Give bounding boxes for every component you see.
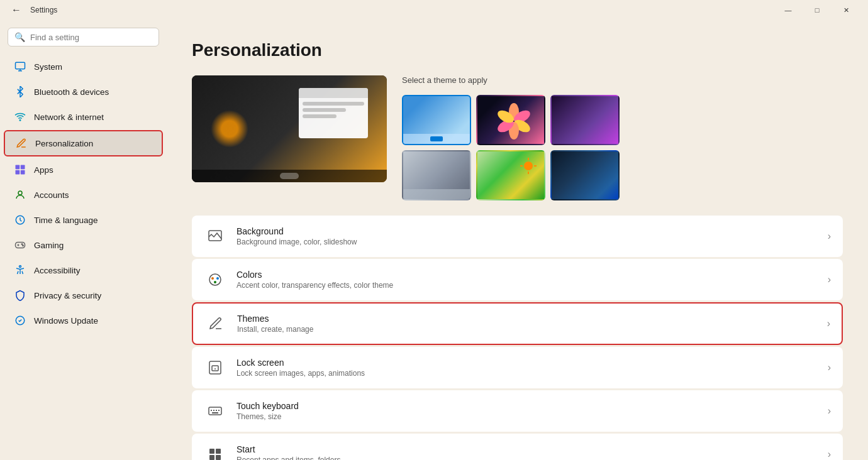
privacy-icon: [14, 289, 26, 302]
preview-lines: [299, 98, 368, 122]
svg-rect-32: [209, 407, 221, 415]
sidebar-item-label-bluetooth: Bluetooth & devices: [34, 87, 109, 97]
sidebar: 🔍 System Bluetooth & devices Network & i…: [0, 20, 167, 460]
svg-point-1: [19, 120, 21, 121]
settings-item-lock-screen[interactable]: Lock screen Lock screen images, apps, an…: [192, 347, 843, 388]
update-icon: [14, 314, 26, 327]
sidebar-item-time[interactable]: Time & language: [4, 208, 163, 232]
settings-list: Background Background image, color, slid…: [192, 216, 843, 460]
theme-thumb-night[interactable]: [550, 150, 620, 200]
accessibility-icon: [14, 264, 26, 277]
gaming-icon: [14, 239, 26, 251]
theme-grid: [402, 95, 620, 200]
theme-section: Select a theme to apply: [192, 75, 843, 200]
svg-rect-35: [216, 410, 217, 411]
colors-icon: [204, 268, 226, 291]
sidebar-item-privacy[interactable]: Privacy & security: [4, 283, 163, 307]
settings-item-themes[interactable]: Themes Install, create, manage ›: [192, 302, 843, 345]
themes-title: Themes: [237, 314, 817, 324]
preview-line-3: [303, 114, 337, 118]
preview-line-1: [303, 102, 364, 106]
svg-point-31: [214, 368, 216, 370]
sidebar-item-accessibility[interactable]: Accessibility: [4, 258, 163, 282]
touch-keyboard-icon: [204, 400, 226, 422]
search-box[interactable]: 🔍: [8, 28, 159, 47]
sidebar-item-system[interactable]: System: [4, 55, 163, 79]
svg-point-6: [18, 191, 22, 195]
svg-point-11: [19, 266, 21, 268]
themes-text: Themes Install, create, manage: [237, 314, 817, 334]
colors-text: Colors Accent color, transparency effect…: [236, 270, 818, 290]
close-button[interactable]: ✕: [832, 0, 860, 20]
background-text: Background Background image, color, slid…: [236, 226, 818, 246]
time-icon: [14, 214, 26, 226]
thumb-flower: [495, 102, 526, 134]
svg-rect-3: [21, 165, 25, 170]
themes-desc: Install, create, manage: [237, 325, 817, 334]
svg-rect-40: [209, 455, 214, 460]
maximize-button[interactable]: □: [803, 0, 832, 20]
sidebar-item-label-system: System: [34, 62, 62, 72]
network-icon: [14, 111, 26, 123]
colors-chevron: ›: [828, 274, 831, 285]
theme-thumb-win11[interactable]: [402, 95, 471, 145]
start-text: Start Recent apps and items, folders: [236, 444, 818, 460]
preview-swirl: [211, 110, 248, 148]
lock-screen-text: Lock screen Lock screen images, apps, an…: [236, 358, 818, 378]
minimize-button[interactable]: —: [774, 0, 803, 20]
svg-rect-41: [216, 455, 221, 460]
sidebar-item-network[interactable]: Network & internet: [4, 105, 163, 129]
title-bar-left: ← Settings: [8, 1, 57, 19]
sidebar-item-personalization[interactable]: Personalization: [4, 130, 163, 156]
window-controls: — □ ✕: [774, 0, 860, 20]
themes-chevron: ›: [827, 318, 830, 329]
sidebar-item-label-network: Network & internet: [34, 112, 104, 122]
themes-icon: [204, 312, 227, 335]
theme-thumb-floral[interactable]: [476, 95, 545, 145]
touch-keyboard-text: Touch keyboard Themes, size: [236, 401, 818, 421]
sidebar-item-windows-update[interactable]: Windows Update: [4, 309, 163, 332]
svg-rect-5: [21, 170, 25, 175]
accounts-icon: [14, 189, 26, 201]
search-input[interactable]: [30, 33, 152, 42]
start-icon: [204, 443, 226, 460]
lock-screen-icon: [204, 356, 226, 379]
svg-point-19: [524, 162, 533, 170]
lock-screen-title: Lock screen: [236, 358, 818, 368]
sidebar-item-label-windows-update: Windows Update: [34, 316, 98, 326]
touch-keyboard-chevron: ›: [828, 405, 831, 417]
settings-item-start[interactable]: Start Recent apps and items, folders ›: [192, 434, 843, 460]
theme-section-label: Select a theme to apply: [402, 75, 620, 85]
sidebar-item-gaming[interactable]: Gaming: [4, 233, 163, 257]
svg-point-25: [209, 274, 221, 285]
theme-thumb-glow[interactable]: [550, 95, 620, 145]
svg-point-10: [23, 245, 24, 246]
sidebar-item-apps[interactable]: Apps: [4, 158, 163, 182]
theme-thumb-capture[interactable]: [402, 150, 471, 200]
thumb-taskbar-4: [403, 189, 470, 199]
sidebar-item-bluetooth[interactable]: Bluetooth & devices: [4, 80, 163, 104]
settings-item-background[interactable]: Background Background image, color, slid…: [192, 216, 843, 257]
back-button[interactable]: ←: [8, 1, 25, 19]
sidebar-item-label-personalization: Personalization: [35, 139, 93, 148]
svg-rect-37: [212, 412, 218, 413]
background-desc: Background image, color, slideshow: [236, 238, 818, 246]
settings-item-touch-keyboard[interactable]: Touch keyboard Themes, size ›: [192, 390, 843, 432]
start-chevron: ›: [828, 449, 831, 460]
thumb-btn-1: [430, 136, 443, 141]
sidebar-item-accounts[interactable]: Accounts: [4, 183, 163, 207]
background-title: Background: [236, 226, 818, 236]
personalization-icon: [15, 137, 28, 150]
sidebar-item-label-accessibility: Accessibility: [34, 266, 81, 275]
theme-thumb-beach[interactable]: [476, 150, 545, 200]
settings-item-colors[interactable]: Colors Accent color, transparency effect…: [192, 259, 843, 300]
lock-screen-desc: Lock screen images, apps, animations: [236, 369, 818, 378]
title-bar: ← Settings — □ ✕: [0, 0, 868, 20]
touch-keyboard-desc: Themes, size: [236, 412, 818, 421]
theme-grid-container: Select a theme to apply: [402, 75, 620, 200]
app-body: 🔍 System Bluetooth & devices Network & i…: [0, 20, 868, 460]
colors-title: Colors: [236, 270, 818, 280]
svg-rect-36: [218, 410, 220, 411]
sidebar-item-label-time: Time & language: [34, 216, 98, 225]
sidebar-item-label-accounts: Accounts: [34, 190, 69, 200]
